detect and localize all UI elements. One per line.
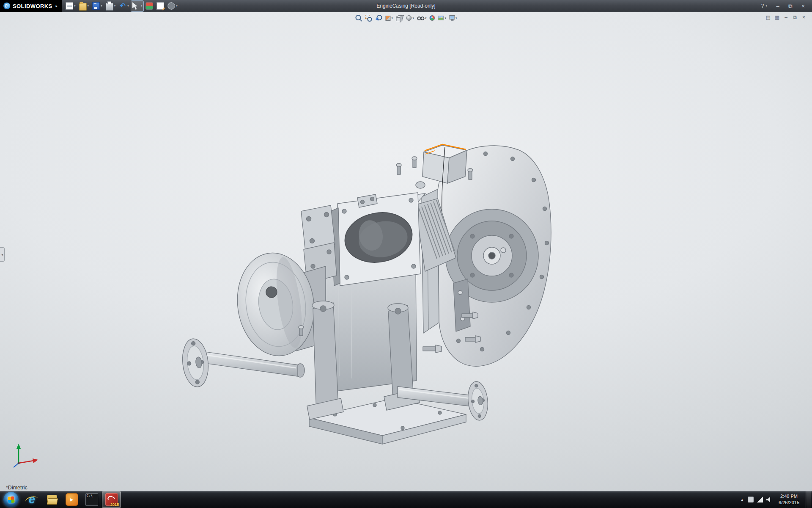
glyph-icon: ▤: [766, 15, 771, 20]
save-button[interactable]: ▾: [91, 1, 104, 11]
apply-scene-button[interactable]: ▾: [437, 15, 447, 21]
viewsettings-icon: [449, 15, 455, 19]
view-settings-button[interactable]: ▾: [448, 16, 458, 21]
network-icon[interactable]: [757, 497, 763, 502]
zoom-to-fit-button[interactable]: [354, 14, 363, 22]
dassault-3ds-logo-icon: [3, 3, 10, 9]
restore-document-button[interactable]: ⧉: [791, 14, 799, 21]
close-window-button[interactable]: ×: [797, 1, 809, 11]
taskbar-clock[interactable]: 2:40 PM 6/26/2015: [775, 493, 803, 506]
menu-flyout-arrow-icon[interactable]: ▸: [56, 4, 58, 8]
start-button[interactable]: [0, 491, 22, 508]
glyph-icon: ⧉: [787, 3, 794, 10]
window-controls: –⧉×: [771, 1, 809, 11]
ie-icon: e: [26, 493, 38, 506]
dropdown-arrow-icon[interactable]: ▾: [412, 17, 414, 20]
solidworks-logo[interactable]: SOLIDWORKS ▸: [0, 0, 62, 12]
glyph-icon: –: [774, 3, 782, 10]
clock-time: 2:40 PM: [779, 493, 799, 500]
taskbar: e▸C:\2015 ▴ 2:40 PM 6/26/2015: [0, 491, 812, 508]
tray-app-icon[interactable]: [748, 497, 754, 502]
glyph-icon: ×: [800, 3, 807, 10]
show-hidden-icons-button[interactable]: ▴: [740, 496, 745, 503]
previous-view-button[interactable]: [374, 14, 383, 22]
minimize-document-button[interactable]: –: [782, 14, 790, 21]
solidworks-logo-text: SOLIDWORKS: [13, 3, 52, 9]
taskbar-pinned-items: e▸C:\2015: [22, 491, 121, 508]
system-tray: ▴ 2:40 PM 6/26/2015: [740, 491, 812, 508]
undo-button[interactable]: ↶▾: [118, 1, 130, 11]
volume-icon: [766, 497, 772, 502]
print-button[interactable]: ▾: [104, 1, 117, 11]
view-orientation-button[interactable]: ▾: [395, 14, 404, 22]
taskbar-media-player[interactable]: ▸: [62, 491, 81, 508]
new-document-button[interactable]: ▾: [64, 1, 77, 11]
title-bar: SOLIDWORKS ▸ ▾▾▾▾↶▾▾▾ EngineCasing [Read…: [0, 0, 812, 12]
volume-icon[interactable]: [766, 497, 772, 502]
clock-date: 6/26/2015: [779, 500, 799, 506]
appearance-icon: [430, 15, 435, 21]
zoomfit-icon: [355, 14, 362, 22]
undo-icon: ↶: [119, 2, 126, 10]
vieworient-icon: [396, 17, 401, 21]
prevview-icon: [375, 14, 382, 22]
solidworks-window: SOLIDWORKS ▸ ▾▾▾▾↶▾▾▾ EngineCasing [Read…: [0, 0, 812, 508]
glyph-icon: –: [785, 15, 787, 20]
select-button[interactable]: ▾: [131, 1, 144, 11]
app-badge: 2015: [110, 502, 119, 507]
media-icon: ▸: [66, 493, 78, 506]
taskbar-solidworks-2015[interactable]: 2015: [102, 491, 121, 508]
orientation-triad: [9, 441, 43, 472]
section-view-button[interactable]: ▾: [384, 15, 394, 22]
featuremanager-flyout-tab[interactable]: ◂: [0, 247, 5, 262]
dropdown-arrow-icon[interactable]: ▾: [114, 4, 116, 8]
taskbar-file-explorer[interactable]: [42, 491, 61, 508]
taskbar-internet-explorer[interactable]: e: [22, 491, 41, 508]
hide-show-items-button[interactable]: ▾: [416, 14, 428, 22]
glyph-icon: ⧉: [793, 15, 797, 20]
heads-up-view-toolbar: ▾▾▾▾▾▾: [354, 14, 458, 22]
dropdown-arrow-icon[interactable]: ▾: [101, 4, 102, 8]
show-desktop-button[interactable]: [806, 491, 811, 508]
taskbar-command-prompt[interactable]: C:\: [82, 491, 101, 508]
tray-icons: [748, 497, 772, 502]
dropdown-arrow-icon[interactable]: ▾: [176, 4, 178, 8]
dropdown-arrow-icon[interactable]: ▾: [445, 17, 447, 20]
dropdown-arrow-icon[interactable]: ▾: [391, 17, 393, 20]
minimize-window-button[interactable]: –: [771, 1, 784, 11]
graphics-area[interactable]: ▾▾▾▾▾▾ ▤▦–⧉× ◂ *Dimetric: [0, 12, 812, 491]
titlebar-right-controls: ? ▾ –⧉×: [758, 1, 812, 11]
pane-left-button[interactable]: ▤: [764, 14, 772, 21]
engine-casing-model[interactable]: [0, 12, 812, 491]
restore-window-button[interactable]: ⧉: [784, 1, 797, 11]
display-style-button[interactable]: ▾: [405, 14, 415, 22]
document-window-controls: ▤▦–⧉×: [764, 14, 808, 21]
open-button[interactable]: ▾: [78, 1, 91, 11]
pane-grid-button[interactable]: ▦: [773, 14, 781, 21]
rebuild-button[interactable]: [144, 1, 154, 11]
dropdown-arrow-icon[interactable]: ▾: [455, 17, 457, 20]
help-button[interactable]: ? ▾: [758, 3, 771, 9]
dropdown-arrow-icon[interactable]: ▾: [74, 4, 76, 8]
options-button[interactable]: ▾: [166, 1, 179, 11]
folder-icon: [46, 493, 58, 506]
zoomarea-icon: [365, 14, 372, 22]
edit-appearance-button[interactable]: [429, 14, 436, 22]
help-label: ?: [761, 3, 764, 9]
zoom-to-area-button[interactable]: [364, 14, 373, 22]
fileprops-icon: [156, 2, 164, 10]
windows-logo-icon: [3, 492, 19, 507]
dropdown-arrow-icon[interactable]: ▾: [141, 4, 143, 8]
save-icon: [92, 2, 100, 10]
options-icon: [167, 2, 175, 10]
dispstyle-icon: [406, 15, 411, 21]
rebuild-icon: [145, 2, 153, 10]
dropdown-arrow-icon[interactable]: ▾: [425, 17, 427, 20]
network-icon: [757, 497, 763, 502]
dropdown-arrow-icon[interactable]: ▾: [88, 4, 89, 8]
file-properties-button[interactable]: [155, 1, 165, 11]
close-document-button[interactable]: ×: [800, 14, 808, 21]
select-icon: [132, 2, 140, 10]
dropdown-arrow-icon[interactable]: ▾: [127, 4, 129, 8]
print-icon: [106, 3, 113, 11]
